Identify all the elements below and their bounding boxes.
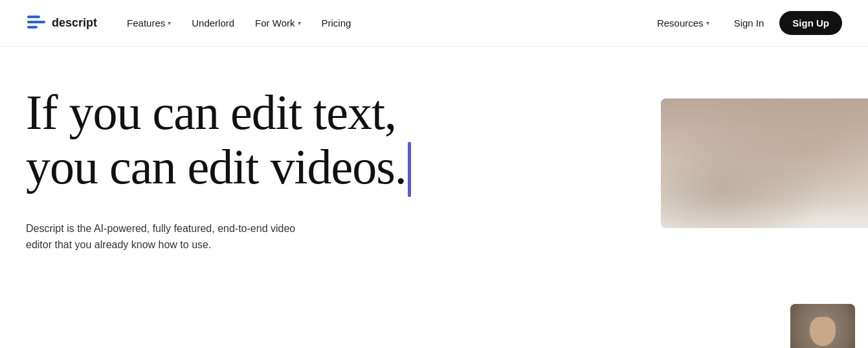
pricing-label: Pricing [322,17,351,29]
hero-subtext: Descript is the AI-powered, fully featur… [26,220,298,253]
nav-item-resources[interactable]: Resources ▾ [648,12,718,34]
hero-headline: If you can edit text, you can edit video… [26,86,411,200]
cursor-bar [408,142,411,197]
logo-icon [26,13,47,34]
svg-rect-0 [27,16,40,18]
svg-rect-2 [27,26,38,29]
underlord-label: Underlord [192,17,234,29]
nav-left-items: Features ▾ Underlord For Work ▾ Pricing [118,12,648,34]
svg-rect-1 [27,21,45,23]
nav-item-underlord[interactable]: Underlord [183,12,243,34]
signin-button[interactable]: Sign In [724,12,775,34]
preview-top-image [661,99,868,228]
resources-label: Resources [657,17,704,29]
features-chevron-icon: ▾ [168,19,171,27]
logo-link[interactable]: descript [26,13,97,34]
signup-button[interactable]: Sign Up [779,11,842,35]
forwork-chevron-icon: ▾ [298,19,301,27]
forwork-label: For Work [255,17,295,29]
preview-area [648,47,868,348]
features-label: Features [127,17,165,29]
logo-text: descript [52,16,97,30]
nav-item-pricing[interactable]: Pricing [313,12,361,34]
preview-bottom-image [790,304,855,348]
nav-item-features[interactable]: Features ▾ [118,12,180,34]
nav-item-forwork[interactable]: For Work ▾ [246,12,309,34]
navbar: descript Features ▾ Underlord For Work ▾… [0,0,868,47]
nav-right-items: Resources ▾ Sign In Sign Up [648,11,842,35]
hero-content: If you can edit text, you can edit video… [0,47,583,279]
resources-chevron-icon: ▾ [706,19,709,27]
hero-section: If you can edit text, you can edit video… [0,47,868,279]
headline-line1: If you can edit text, [26,85,396,139]
headline-line2: you can edit videos. [26,139,406,194]
